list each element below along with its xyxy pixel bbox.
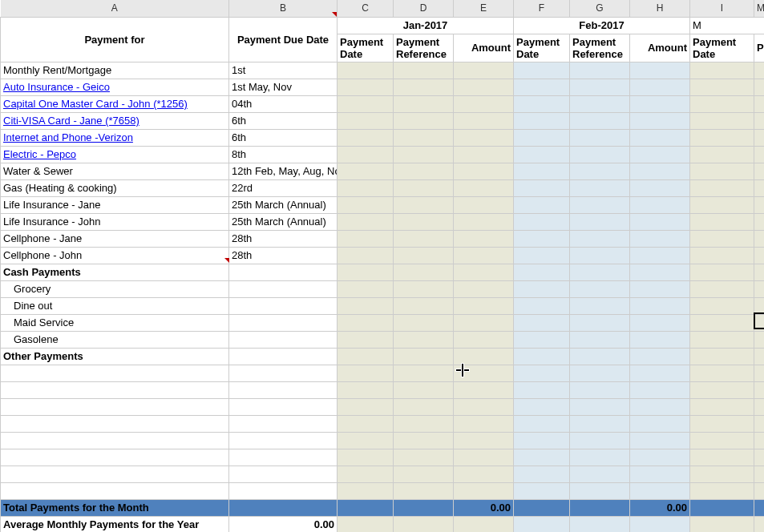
cell[interactable]	[690, 280, 754, 297]
cell[interactable]	[454, 129, 514, 146]
cell[interactable]	[690, 432, 754, 449]
cell[interactable]	[754, 314, 765, 331]
cell[interactable]	[338, 516, 394, 532]
cell[interactable]	[754, 449, 765, 466]
cell[interactable]	[454, 398, 514, 415]
cell[interactable]	[690, 196, 754, 213]
cell[interactable]	[570, 331, 630, 348]
cell[interactable]	[630, 432, 690, 449]
cell[interactable]	[394, 331, 454, 348]
cell[interactable]	[630, 381, 690, 398]
cell[interactable]	[570, 432, 630, 449]
cell[interactable]	[514, 381, 570, 398]
cell[interactable]	[229, 280, 338, 297]
sub-amt-jan[interactable]: Amount	[454, 34, 514, 62]
cell[interactable]	[454, 297, 514, 314]
cell[interactable]	[1, 381, 229, 398]
cell[interactable]	[394, 365, 454, 381]
cell[interactable]	[454, 264, 514, 280]
cell[interactable]	[754, 213, 765, 230]
cell[interactable]	[570, 129, 630, 146]
cell[interactable]	[690, 95, 754, 112]
cell[interactable]	[630, 280, 690, 297]
cell[interactable]	[454, 314, 514, 331]
cell[interactable]	[754, 466, 765, 482]
cell[interactable]	[630, 179, 690, 196]
cell[interactable]	[229, 432, 338, 449]
cell[interactable]	[690, 112, 754, 129]
cell[interactable]	[754, 398, 765, 415]
cell[interactable]	[514, 499, 570, 516]
cell[interactable]	[754, 95, 765, 112]
cell[interactable]	[570, 314, 630, 331]
avg-value[interactable]: 0.00	[229, 516, 338, 532]
header-payment-for[interactable]: Payment for	[1, 17, 229, 62]
cell[interactable]	[514, 95, 570, 112]
col-header-c[interactable]: C	[338, 0, 394, 17]
cell[interactable]	[229, 415, 338, 432]
cell[interactable]	[338, 230, 394, 247]
cell[interactable]	[394, 146, 454, 163]
payment-label[interactable]: Auto Insurance - Geico	[1, 79, 229, 95]
cell[interactable]	[514, 146, 570, 163]
cell[interactable]	[338, 499, 394, 516]
cell[interactable]	[570, 196, 630, 213]
cell[interactable]	[514, 314, 570, 331]
cell[interactable]	[690, 213, 754, 230]
cell[interactable]	[690, 516, 754, 532]
cell[interactable]	[754, 482, 765, 499]
cell[interactable]	[394, 466, 454, 482]
cell[interactable]	[338, 79, 394, 95]
cell[interactable]	[690, 499, 754, 516]
cell[interactable]	[514, 482, 570, 499]
cell[interactable]	[630, 129, 690, 146]
cell[interactable]	[630, 348, 690, 365]
cell[interactable]	[690, 398, 754, 415]
cell[interactable]	[514, 129, 570, 146]
cell[interactable]	[514, 79, 570, 95]
cell[interactable]	[570, 297, 630, 314]
cell[interactable]	[630, 331, 690, 348]
cash-item[interactable]: Gasolene	[1, 331, 229, 348]
cell[interactable]	[570, 146, 630, 163]
cell[interactable]	[338, 146, 394, 163]
cell[interactable]	[394, 516, 454, 532]
cell[interactable]	[454, 247, 514, 264]
payment-label[interactable]: Water & Sewer	[1, 163, 229, 179]
header-payment-due[interactable]: Payment Due Date	[229, 17, 338, 62]
total-month-feb[interactable]: 0.00	[630, 499, 690, 516]
due-date[interactable]: 6th	[229, 112, 338, 129]
cell[interactable]	[229, 381, 338, 398]
spreadsheet[interactable]: A B C D E F G H I M Payment for Payment …	[0, 0, 764, 532]
cell[interactable]	[570, 112, 630, 129]
cell[interactable]	[514, 398, 570, 415]
cell[interactable]	[229, 365, 338, 381]
sub-pdate-jan[interactable]: Payment Date	[338, 34, 394, 62]
cell[interactable]	[454, 95, 514, 112]
cell[interactable]	[338, 112, 394, 129]
due-date[interactable]: 28th	[229, 230, 338, 247]
cell[interactable]	[690, 79, 754, 95]
cell[interactable]	[570, 280, 630, 297]
payment-label[interactable]: Internet and Phone -Verizon	[1, 129, 229, 146]
cash-item[interactable]: Maid Service	[1, 314, 229, 331]
cell[interactable]	[1, 449, 229, 466]
cell[interactable]	[754, 247, 765, 264]
payment-label[interactable]: Gas (Heating & cooking)	[1, 179, 229, 196]
cell[interactable]	[570, 179, 630, 196]
cell[interactable]	[570, 381, 630, 398]
sub-pref-next[interactable]: P	[754, 34, 765, 62]
col-header-a[interactable]: A	[1, 0, 229, 17]
cell[interactable]	[454, 196, 514, 213]
cell[interactable]	[394, 381, 454, 398]
avg-label[interactable]: Average Monthly Payments for the Year	[1, 516, 229, 532]
cell[interactable]	[454, 432, 514, 449]
cell[interactable]	[394, 62, 454, 79]
cell[interactable]	[229, 398, 338, 415]
cell[interactable]	[630, 95, 690, 112]
cell[interactable]	[754, 499, 765, 516]
cell[interactable]	[690, 348, 754, 365]
sub-pdate-feb[interactable]: Payment Date	[514, 34, 570, 62]
cell[interactable]	[338, 280, 394, 297]
sub-pdate-next[interactable]: Payment Date	[690, 34, 754, 62]
